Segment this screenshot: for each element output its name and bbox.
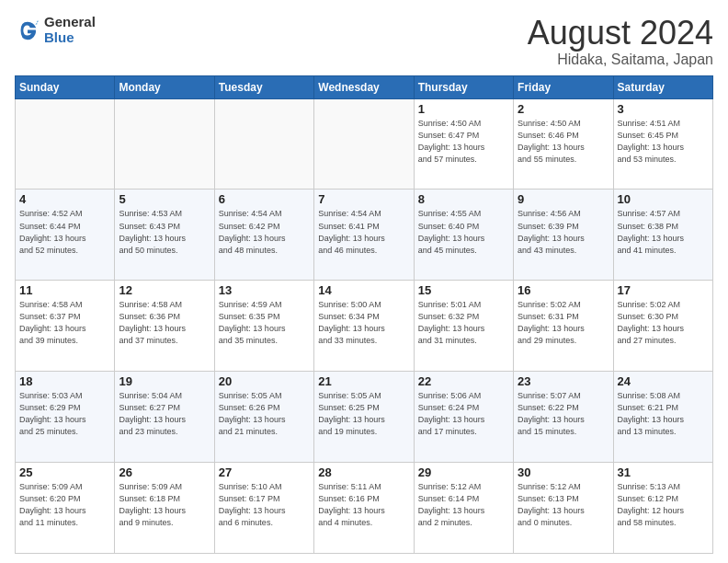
calendar-cell: 13Sunrise: 4:59 AM Sunset: 6:35 PM Dayli… [214, 281, 313, 372]
weekday-header: Saturday [613, 75, 712, 98]
calendar-cell: 18Sunrise: 5:03 AM Sunset: 6:29 PM Dayli… [16, 372, 115, 463]
calendar-cell: 29Sunrise: 5:12 AM Sunset: 6:14 PM Dayli… [414, 463, 513, 554]
day-number: 21 [318, 374, 409, 388]
day-info: Sunrise: 4:54 AM Sunset: 6:42 PM Dayligh… [219, 208, 310, 256]
day-info: Sunrise: 4:56 AM Sunset: 6:39 PM Dayligh… [518, 208, 609, 256]
day-info: Sunrise: 4:53 AM Sunset: 6:43 PM Dayligh… [119, 208, 210, 256]
day-number: 3 [618, 102, 709, 116]
day-info: Sunrise: 5:04 AM Sunset: 6:27 PM Dayligh… [119, 390, 210, 438]
calendar-cell: 30Sunrise: 5:12 AM Sunset: 6:13 PM Dayli… [514, 463, 613, 554]
calendar-cell: 27Sunrise: 5:10 AM Sunset: 6:17 PM Dayli… [214, 463, 313, 554]
calendar-cell [314, 98, 414, 190]
calendar-cell: 9Sunrise: 4:56 AM Sunset: 6:39 PM Daylig… [514, 190, 613, 281]
calendar-cell: 14Sunrise: 5:00 AM Sunset: 6:34 PM Dayli… [314, 281, 414, 372]
day-info: Sunrise: 4:52 AM Sunset: 6:44 PM Dayligh… [19, 208, 110, 256]
calendar-cell: 26Sunrise: 5:09 AM Sunset: 6:18 PM Dayli… [115, 463, 214, 554]
day-info: Sunrise: 5:01 AM Sunset: 6:32 PM Dayligh… [418, 299, 509, 347]
calendar-cell: 23Sunrise: 5:07 AM Sunset: 6:22 PM Dayli… [514, 372, 613, 463]
day-number: 16 [518, 283, 609, 297]
weekday-header: Monday [115, 75, 214, 98]
calendar-cell: 3Sunrise: 4:51 AM Sunset: 6:45 PM Daylig… [613, 98, 712, 190]
logo-icon [15, 17, 40, 43]
day-info: Sunrise: 5:00 AM Sunset: 6:34 PM Dayligh… [318, 299, 409, 347]
day-info: Sunrise: 5:06 AM Sunset: 6:24 PM Dayligh… [418, 390, 509, 438]
calendar-cell [214, 98, 313, 190]
calendar-cell: 20Sunrise: 5:05 AM Sunset: 6:26 PM Dayli… [214, 372, 313, 463]
day-number: 10 [618, 192, 709, 206]
day-number: 30 [518, 465, 609, 479]
day-info: Sunrise: 5:09 AM Sunset: 6:20 PM Dayligh… [19, 481, 110, 529]
calendar-cell: 25Sunrise: 5:09 AM Sunset: 6:20 PM Dayli… [16, 463, 115, 554]
day-info: Sunrise: 5:10 AM Sunset: 6:17 PM Dayligh… [219, 481, 310, 529]
calendar-cell: 5Sunrise: 4:53 AM Sunset: 6:43 PM Daylig… [115, 190, 214, 281]
day-number: 5 [119, 192, 210, 206]
day-info: Sunrise: 5:11 AM Sunset: 6:16 PM Dayligh… [318, 481, 409, 529]
day-info: Sunrise: 4:54 AM Sunset: 6:41 PM Dayligh… [318, 208, 409, 256]
day-number: 7 [318, 192, 409, 206]
day-info: Sunrise: 4:58 AM Sunset: 6:36 PM Dayligh… [119, 299, 210, 347]
calendar-cell: 17Sunrise: 5:02 AM Sunset: 6:30 PM Dayli… [613, 281, 712, 372]
day-number: 29 [418, 465, 509, 479]
day-number: 13 [219, 283, 310, 297]
calendar-cell: 15Sunrise: 5:01 AM Sunset: 6:32 PM Dayli… [414, 281, 513, 372]
calendar-table: SundayMondayTuesdayWednesdayThursdayFrid… [15, 75, 713, 554]
calendar-cell: 4Sunrise: 4:52 AM Sunset: 6:44 PM Daylig… [16, 190, 115, 281]
day-number: 31 [618, 465, 709, 479]
calendar-cell: 8Sunrise: 4:55 AM Sunset: 6:40 PM Daylig… [414, 190, 513, 281]
header: General Blue August 2024 Hidaka, Saitama… [15, 15, 713, 68]
day-info: Sunrise: 5:09 AM Sunset: 6:18 PM Dayligh… [119, 481, 210, 529]
calendar-cell: 12Sunrise: 4:58 AM Sunset: 6:36 PM Dayli… [115, 281, 214, 372]
day-number: 25 [19, 465, 110, 479]
logo-blue-text: Blue [44, 30, 96, 46]
day-number: 18 [19, 374, 110, 388]
weekday-header: Tuesday [214, 75, 313, 98]
calendar-week-row: 1Sunrise: 4:50 AM Sunset: 6:47 PM Daylig… [16, 98, 713, 190]
day-info: Sunrise: 4:55 AM Sunset: 6:40 PM Dayligh… [418, 208, 509, 256]
calendar-cell: 10Sunrise: 4:57 AM Sunset: 6:38 PM Dayli… [613, 190, 712, 281]
day-info: Sunrise: 5:02 AM Sunset: 6:30 PM Dayligh… [618, 299, 709, 347]
day-number: 2 [518, 102, 609, 116]
day-info: Sunrise: 5:08 AM Sunset: 6:21 PM Dayligh… [618, 390, 709, 438]
calendar-cell: 31Sunrise: 5:13 AM Sunset: 6:12 PM Dayli… [613, 463, 712, 554]
day-number: 4 [19, 192, 110, 206]
day-number: 14 [318, 283, 409, 297]
day-number: 28 [318, 465, 409, 479]
calendar-cell: 16Sunrise: 5:02 AM Sunset: 6:31 PM Dayli… [514, 281, 613, 372]
calendar-week-row: 25Sunrise: 5:09 AM Sunset: 6:20 PM Dayli… [16, 463, 713, 554]
day-number: 12 [119, 283, 210, 297]
logo-general-text: General [44, 15, 96, 30]
day-number: 27 [219, 465, 310, 479]
weekday-header: Wednesday [314, 75, 414, 98]
day-number: 19 [119, 374, 210, 388]
day-info: Sunrise: 4:51 AM Sunset: 6:45 PM Dayligh… [618, 118, 709, 166]
calendar-cell: 7Sunrise: 4:54 AM Sunset: 6:41 PM Daylig… [314, 190, 414, 281]
calendar-week-row: 18Sunrise: 5:03 AM Sunset: 6:29 PM Dayli… [16, 372, 713, 463]
weekday-header: Thursday [414, 75, 513, 98]
calendar-cell: 11Sunrise: 4:58 AM Sunset: 6:37 PM Dayli… [16, 281, 115, 372]
calendar-cell: 22Sunrise: 5:06 AM Sunset: 6:24 PM Dayli… [414, 372, 513, 463]
day-info: Sunrise: 5:02 AM Sunset: 6:31 PM Dayligh… [518, 299, 609, 347]
day-number: 26 [119, 465, 210, 479]
day-number: 11 [19, 283, 110, 297]
calendar-cell: 6Sunrise: 4:54 AM Sunset: 6:42 PM Daylig… [214, 190, 313, 281]
day-number: 17 [618, 283, 709, 297]
weekday-header: Sunday [16, 75, 115, 98]
day-info: Sunrise: 5:05 AM Sunset: 6:26 PM Dayligh… [219, 390, 310, 438]
calendar-cell: 2Sunrise: 4:50 AM Sunset: 6:46 PM Daylig… [514, 98, 613, 190]
day-info: Sunrise: 5:13 AM Sunset: 6:12 PM Dayligh… [618, 481, 709, 529]
day-number: 8 [418, 192, 509, 206]
day-info: Sunrise: 4:50 AM Sunset: 6:47 PM Dayligh… [418, 118, 509, 166]
page-title: August 2024 [528, 15, 713, 52]
day-number: 9 [518, 192, 609, 206]
day-number: 1 [418, 102, 509, 116]
day-info: Sunrise: 5:07 AM Sunset: 6:22 PM Dayligh… [518, 390, 609, 438]
calendar-cell [115, 98, 214, 190]
calendar-cell: 1Sunrise: 4:50 AM Sunset: 6:47 PM Daylig… [414, 98, 513, 190]
calendar-cell: 28Sunrise: 5:11 AM Sunset: 6:16 PM Dayli… [314, 463, 414, 554]
logo: General Blue [15, 15, 96, 45]
calendar-week-row: 4Sunrise: 4:52 AM Sunset: 6:44 PM Daylig… [16, 190, 713, 281]
day-info: Sunrise: 5:03 AM Sunset: 6:29 PM Dayligh… [19, 390, 110, 438]
day-info: Sunrise: 5:12 AM Sunset: 6:14 PM Dayligh… [418, 481, 509, 529]
day-number: 15 [418, 283, 509, 297]
day-number: 24 [618, 374, 709, 388]
